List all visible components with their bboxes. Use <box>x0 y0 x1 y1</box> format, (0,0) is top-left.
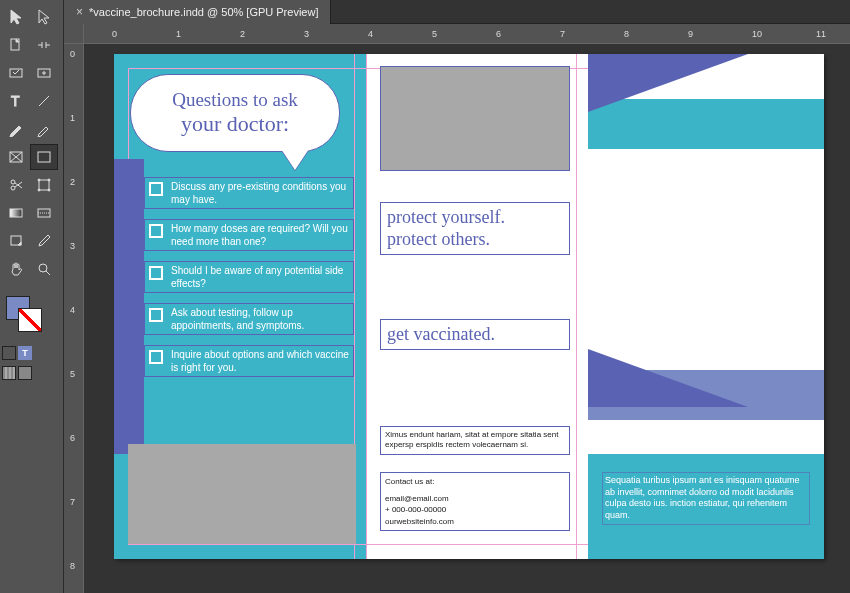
pencil-tool[interactable] <box>30 116 58 142</box>
content-collector-tool[interactable] <box>2 60 30 86</box>
checklist-item[interactable]: Discuss any pre-existing conditions you … <box>144 177 354 209</box>
image-frame-1[interactable] <box>128 444 356 544</box>
checkbox-icon <box>149 182 163 196</box>
svg-point-15 <box>48 189 50 191</box>
pen-tool[interactable] <box>2 116 30 142</box>
svg-rect-16 <box>10 209 22 217</box>
image-frame-2[interactable] <box>380 66 570 171</box>
document-page[interactable]: Questions to ask your doctor: Discuss an… <box>114 54 824 559</box>
view-mode-preview[interactable] <box>18 366 32 380</box>
rectangle-tool[interactable] <box>30 144 58 170</box>
svg-line-4 <box>39 96 49 106</box>
checklist-item[interactable]: Ask about testing, follow up appointment… <box>144 303 354 335</box>
note-tool[interactable] <box>2 228 30 254</box>
ruler-origin[interactable] <box>64 24 84 44</box>
cyan-footer[interactable]: Sequatia turibus ipsum ant es inisquam q… <box>588 454 824 559</box>
checklist-item[interactable]: How many doses are required? Will you ne… <box>144 219 354 251</box>
content-placer-tool[interactable] <box>30 60 58 86</box>
rectangle-frame-tool[interactable] <box>2 144 30 170</box>
selection-tool[interactable] <box>2 4 30 30</box>
svg-point-10 <box>11 186 15 190</box>
svg-rect-8 <box>38 152 50 162</box>
zoom-tool[interactable] <box>30 256 58 282</box>
type-tool[interactable]: T <box>2 88 30 114</box>
triangle-mid[interactable] <box>588 349 748 407</box>
checkbox-icon <box>149 266 163 280</box>
contact-text-frame[interactable]: Contact us at: email@email.com + 000-000… <box>380 472 570 531</box>
triangle-top[interactable] <box>588 54 748 112</box>
checklist-item[interactable]: Inquire about options and which vaccine … <box>144 345 354 377</box>
svg-point-9 <box>11 180 15 184</box>
svg-point-14 <box>38 189 40 191</box>
tagline-text-1[interactable]: protect yourself. protect others. <box>380 202 570 255</box>
svg-rect-11 <box>39 180 49 190</box>
svg-text:T: T <box>11 93 20 109</box>
footer-text: Sequatia turibus ipsum ant es inisquam q… <box>602 472 810 525</box>
scissors-tool[interactable] <box>2 172 30 198</box>
direct-selection-tool[interactable] <box>30 4 58 30</box>
brochure-panel-2: protect yourself. protect others. get va… <box>366 54 588 559</box>
speech-bubble[interactable]: Questions to ask your doctor: <box>130 74 340 152</box>
brochure-panel-1: Questions to ask your doctor: Discuss an… <box>114 54 366 559</box>
view-mode-normal[interactable] <box>2 366 16 380</box>
format-text-icon[interactable]: T <box>18 346 32 360</box>
checklist-item[interactable]: Should I be aware of any potential side … <box>144 261 354 293</box>
eyedropper-tool[interactable] <box>30 228 58 254</box>
fill-stroke-swatch[interactable] <box>2 292 61 336</box>
format-container-icon[interactable] <box>2 346 16 360</box>
svg-point-12 <box>38 179 40 181</box>
bubble-title-1: Questions to ask <box>172 89 298 111</box>
svg-line-20 <box>46 271 50 275</box>
gradient-swatch-tool[interactable] <box>2 200 30 226</box>
tagline-text-2[interactable]: get vaccinated. <box>380 319 570 350</box>
free-transform-tool[interactable] <box>30 172 58 198</box>
vertical-ruler[interactable]: 0 1 2 3 4 5 6 7 8 <box>64 44 84 593</box>
body-text-frame[interactable]: Ximus endunt hariam, sitat at empore sit… <box>380 426 570 455</box>
gap-tool[interactable] <box>30 32 58 58</box>
brochure-panel-3: Sequatia turibus ipsum ant es inisquam q… <box>588 54 824 559</box>
checkbox-icon <box>149 308 163 322</box>
tab-title: *vaccine_brochure.indd @ 50% [GPU Previe… <box>89 6 318 18</box>
canvas[interactable]: Questions to ask your doctor: Discuss an… <box>84 44 850 593</box>
horizontal-ruler[interactable]: 0 1 2 3 4 5 6 7 8 9 10 11 <box>84 24 850 44</box>
page-tool[interactable] <box>2 32 30 58</box>
gradient-feather-tool[interactable] <box>30 200 58 226</box>
checkbox-icon <box>149 350 163 364</box>
app-root: T <box>0 0 850 593</box>
close-tab-icon[interactable]: × <box>76 5 83 19</box>
tool-panel: T <box>0 0 64 593</box>
purple-accent-block[interactable] <box>114 159 144 454</box>
stroke-color-swatch[interactable] <box>18 308 42 332</box>
pasteboard: Questions to ask your doctor: Discuss an… <box>84 44 850 593</box>
checklist: Discuss any pre-existing conditions you … <box>144 177 354 377</box>
hand-tool[interactable] <box>2 256 30 282</box>
document-tabbar: × *vaccine_brochure.indd @ 50% [GPU Prev… <box>64 0 850 24</box>
svg-point-19 <box>39 264 47 272</box>
checkbox-icon <box>149 224 163 238</box>
document-tab[interactable]: × *vaccine_brochure.indd @ 50% [GPU Prev… <box>64 0 331 24</box>
main-area: × *vaccine_brochure.indd @ 50% [GPU Prev… <box>64 0 850 593</box>
bubble-title-2: your doctor: <box>181 111 289 137</box>
line-tool[interactable] <box>30 88 58 114</box>
svg-point-13 <box>48 179 50 181</box>
